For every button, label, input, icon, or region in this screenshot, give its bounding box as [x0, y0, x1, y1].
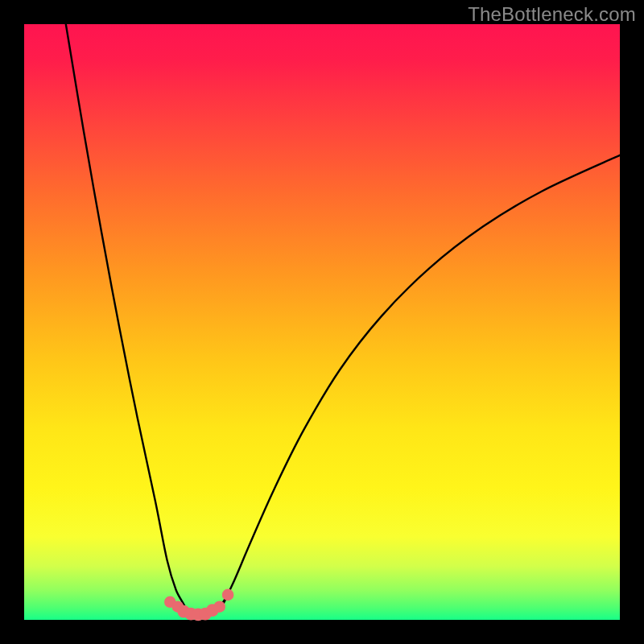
bottleneck-path — [66, 24, 620, 614]
curve-markers — [164, 589, 233, 621]
bottleneck-curve — [66, 24, 620, 614]
plot-area — [24, 24, 620, 620]
chart-frame: TheBottleneck.com — [0, 0, 644, 644]
curve-marker — [222, 589, 234, 601]
watermark-text: TheBottleneck.com — [468, 3, 636, 26]
curve-marker — [213, 601, 225, 613]
curve-svg — [24, 24, 620, 620]
